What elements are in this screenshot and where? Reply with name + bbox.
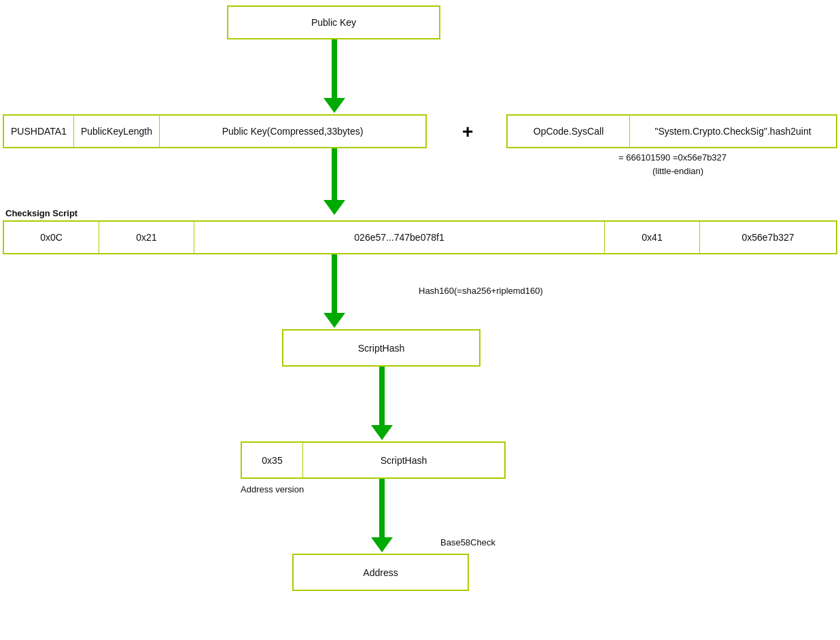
address-version-label: Address version	[241, 484, 304, 494]
script-col2: 0x21	[99, 222, 194, 253]
syscall-row: OpCode.SysCall "System.Crypto.CheckSig".…	[506, 114, 837, 148]
address-box: Address	[292, 554, 469, 591]
public-key-compressed-cell: Public Key(Compressed,33bytes)	[160, 116, 425, 147]
script-hash-box: ScriptHash	[282, 329, 480, 367]
diagram: Public Key PUSHDATA1 PublicKeyLength Pub…	[0, 0, 840, 640]
script-col4: 0x41	[605, 222, 700, 253]
checksign-row: PUSHDATA1 PublicKeyLength Public Key(Com…	[3, 114, 427, 148]
hash2uint-cell: "System.Crypto.CheckSig".hash2uint	[630, 116, 836, 147]
checksign-script-row: 0x0C 0x21 026e57...747be078f1 0x41 0x56e…	[3, 220, 837, 254]
hash-note2: (little-endian)	[652, 166, 703, 176]
opcall-cell: OpCode.SysCall	[508, 116, 630, 147]
script-col1: 0x0C	[4, 222, 99, 253]
script-col3: 026e57...747be078f1	[194, 222, 605, 253]
pushdata1-cell: PUSHDATA1	[4, 116, 74, 147]
base58check-label: Base58Check	[440, 537, 495, 548]
address-label: Address	[363, 567, 398, 578]
script-hash-label: ScriptHash	[358, 343, 404, 354]
plus-sign: +	[462, 121, 473, 143]
script-hash-cell: ScriptHash	[303, 443, 504, 477]
checksign-script-label: Checksign Script	[5, 208, 77, 218]
hash160-label: Hash160(=sha256+riplemd160)	[419, 286, 543, 296]
public-key-box: Public Key	[227, 5, 440, 39]
hash-note1: = 666101590 =0x56e7b327	[618, 152, 727, 163]
address-version-row: 0x35 ScriptHash	[241, 441, 506, 479]
public-key-length-cell: PublicKeyLength	[74, 116, 160, 147]
script-col5: 0x56e7b327	[700, 222, 836, 253]
addr-version-cell: 0x35	[242, 443, 303, 477]
public-key-label: Public Key	[311, 17, 356, 28]
